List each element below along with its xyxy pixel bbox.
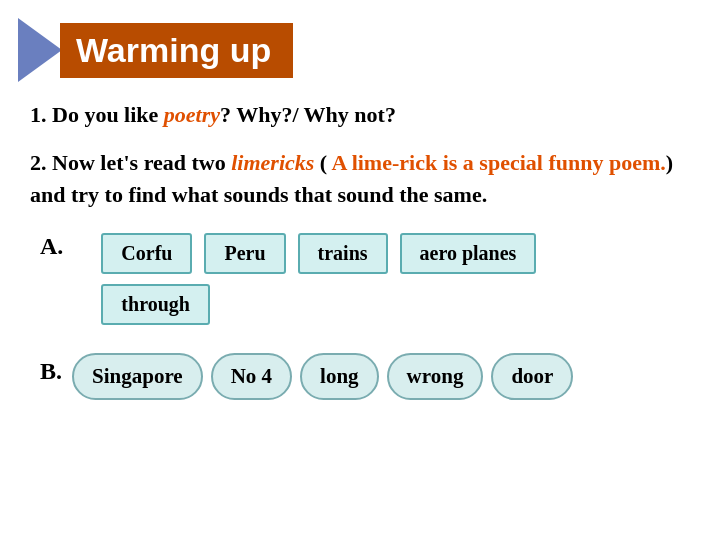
section-a-row1: Corfu Peru trains aero planes <box>101 233 536 274</box>
section-b-words: Singapore No 4 long wrong door <box>72 353 573 400</box>
question-1: 1. Do you like poetry? Why?/ Why not? <box>30 100 690 131</box>
q1-poetry: poetry <box>164 102 220 127</box>
word-corfu: Corfu <box>101 233 192 274</box>
q2-paren-open: ( <box>314 150 331 175</box>
content-area: 1. Do you like poetry? Why?/ Why not? 2.… <box>0 100 720 400</box>
q1-suffix: ? Why?/ Why not? <box>220 102 396 127</box>
section-a-label: A. <box>40 233 63 260</box>
triangle-decoration <box>18 18 62 82</box>
section-a-row2: through <box>101 284 536 325</box>
word-no4: No 4 <box>211 353 292 400</box>
word-trains: trains <box>298 233 388 274</box>
header: Warming up <box>18 18 720 82</box>
word-through: through <box>101 284 210 325</box>
section-a: A. Corfu Peru trains aero planes through <box>30 233 690 335</box>
q1-prefix: 1. Do you like <box>30 102 164 127</box>
word-wrong: wrong <box>387 353 484 400</box>
word-peru: Peru <box>204 233 285 274</box>
q2-definition: A lime-rick is a special funny poem. <box>331 150 665 175</box>
q2-limericks: limericks <box>231 150 314 175</box>
word-long: long <box>300 353 379 400</box>
header-box: Warming up <box>60 23 293 78</box>
question-2: 2. Now let's read two limericks ( A lime… <box>30 147 690 211</box>
q2-prefix: 2. Now let's read two <box>30 150 231 175</box>
header-title: Warming up <box>76 31 271 70</box>
word-aero-planes: aero planes <box>400 233 537 274</box>
word-singapore: Singapore <box>72 353 203 400</box>
section-b-label: B. <box>40 358 62 385</box>
section-b: B. Singapore No 4 long wrong door <box>30 353 690 400</box>
word-door: door <box>491 353 573 400</box>
